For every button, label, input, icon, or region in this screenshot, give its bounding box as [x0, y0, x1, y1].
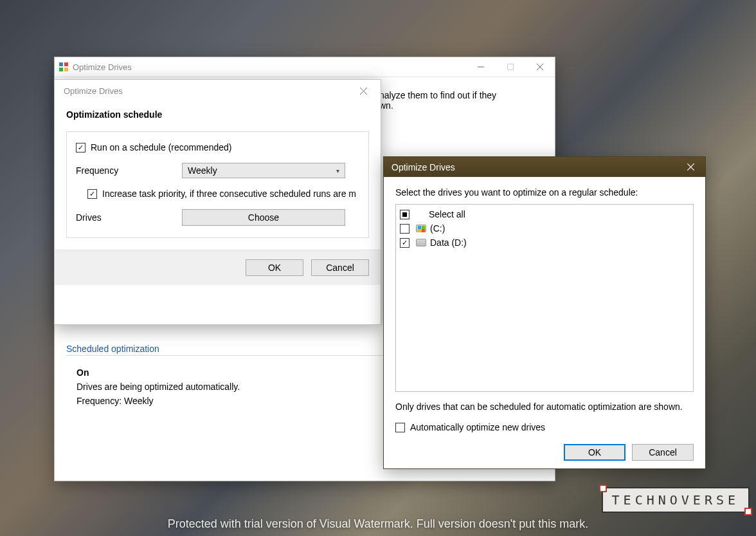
select-all-checkbox[interactable] [400, 210, 410, 219]
minimize-button[interactable] [466, 57, 496, 77]
svg-rect-0 [59, 62, 63, 66]
frequency-value: Weekly [188, 165, 217, 176]
increase-priority-checkbox[interactable] [87, 189, 97, 199]
choose-ok-label: OK [588, 447, 601, 457]
schedule-groupbox: Run on a schedule (recommended) Frequenc… [66, 131, 369, 238]
choose-note: Only drives that can be scheduled for au… [395, 401, 694, 413]
main-intro-partial: nalyze them to find out if they wn. [379, 90, 546, 111]
svg-rect-5 [508, 64, 514, 70]
ok-label: OK [268, 263, 281, 273]
drive-item-d[interactable]: Data (D:) [400, 236, 689, 250]
choose-titlebar: Optimize Drives [384, 157, 705, 177]
schedule-header: Optimization schedule [66, 109, 369, 120]
schedule-ok-button[interactable]: OK [246, 259, 303, 276]
choose-button[interactable]: Choose [182, 209, 345, 226]
drive-c-checkbox[interactable] [400, 224, 410, 234]
run-on-schedule-checkbox[interactable] [76, 143, 86, 152]
svg-rect-2 [59, 68, 63, 71]
drive-d-checkbox[interactable] [400, 238, 410, 248]
choose-instruction: Select the drives you want to optimize o… [395, 187, 694, 198]
intro-line2: wn. [379, 100, 393, 111]
main-title: Optimize Drives [73, 62, 466, 72]
technoverse-logo: TECHNOVERSE [602, 487, 750, 513]
choose-drives-dialog: Optimize Drives Select the drives you wa… [383, 156, 706, 469]
svg-rect-3 [64, 68, 68, 71]
svg-rect-1 [64, 62, 68, 66]
drives-label: Drives [76, 212, 182, 223]
choose-ok-button[interactable]: OK [564, 444, 626, 461]
drive-d-label: Data (D:) [430, 237, 467, 248]
choose-footer: OK Cancel [395, 444, 694, 461]
choose-button-label: Choose [248, 212, 279, 223]
choose-close-button[interactable] [676, 157, 705, 177]
schedule-close-button[interactable] [351, 82, 375, 100]
choose-cancel-button[interactable]: Cancel [632, 444, 694, 461]
close-button[interactable] [525, 57, 555, 77]
drive-c-label: (C:) [430, 223, 445, 234]
schedule-footer: OK Cancel [55, 250, 381, 285]
choose-title: Optimize Drives [392, 162, 676, 172]
main-titlebar: Optimize Drives [55, 57, 555, 77]
auto-new-label: Automatically optimize new drives [410, 422, 545, 432]
select-all-item[interactable]: Select all [400, 207, 689, 221]
windows-drive-icon [416, 225, 426, 232]
drives-listbox: Select all (C:) Data (D:) [395, 204, 694, 392]
schedule-titlebar: Optimize Drives [55, 80, 381, 102]
auto-new-checkbox[interactable] [395, 423, 405, 432]
maximize-button [496, 57, 525, 77]
schedule-cancel-button[interactable]: Cancel [311, 259, 369, 276]
intro-line1: nalyze them to find out if they [379, 90, 496, 100]
chevron-down-icon: ▾ [336, 167, 339, 174]
defrag-icon [55, 62, 73, 72]
select-all-label: Select all [429, 209, 465, 219]
frequency-label: Frequency [76, 165, 182, 176]
drive-item-c[interactable]: (C:) [400, 221, 689, 236]
schedule-title: Optimize Drives [60, 86, 351, 96]
frequency-select[interactable]: Weekly ▾ [182, 163, 345, 178]
schedule-dialog: Optimize Drives Optimization schedule Ru… [54, 79, 381, 325]
choose-cancel-label: Cancel [649, 447, 677, 457]
watermark-text: Protected with trial version of Visual W… [0, 517, 756, 531]
hdd-drive-icon [416, 239, 426, 246]
increase-priority-label: Increase task priority, if three consecu… [102, 189, 356, 199]
cancel-label: Cancel [326, 263, 354, 273]
run-on-schedule-label: Run on a schedule (recommended) [91, 142, 231, 152]
